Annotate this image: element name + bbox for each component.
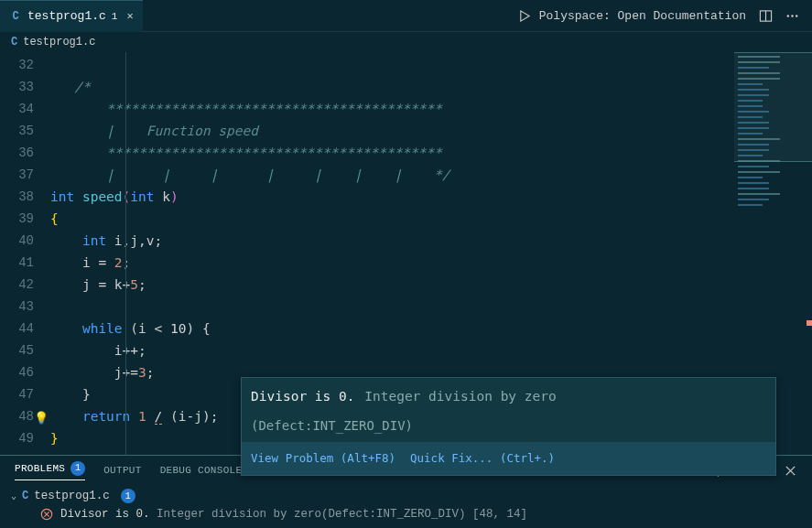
split-editor-icon[interactable] xyxy=(759,9,773,23)
problems-list: ⌄ C testprog1.c 1 Divisor is 0. Integer … xyxy=(0,485,812,523)
line-number: 42 xyxy=(0,274,34,296)
c-file-icon: C xyxy=(11,36,17,48)
problem-item[interactable]: Divisor is 0. Integer division by zero(D… xyxy=(11,505,801,521)
tab-dirty-indicator: 1 xyxy=(112,11,118,22)
problem-location: [48, 14] xyxy=(466,508,528,521)
line-number-gutter: 32 33 34 35 36 37 38 39 40 41 42 43 44 4… xyxy=(0,52,50,455)
view-problem-link[interactable]: View Problem (Alt+F8) xyxy=(251,447,395,469)
quick-fix-link[interactable]: Quick Fix... (Ctrl+.) xyxy=(410,447,555,469)
play-icon xyxy=(518,9,532,23)
indent-guide xyxy=(125,52,126,455)
line-number: 34 xyxy=(0,98,34,120)
file-problem-count: 1 xyxy=(121,489,135,503)
svg-point-3 xyxy=(791,15,793,16)
line-number: 46 xyxy=(0,361,34,383)
line-number: 47 xyxy=(0,383,34,405)
breadcrumb-filename: testprog1.c xyxy=(23,36,95,48)
line-number: 39 xyxy=(0,208,34,230)
code-area[interactable]: 💡 /* ***********************************… xyxy=(50,52,812,455)
tab-problems[interactable]: PROBLEMS1 xyxy=(15,461,85,480)
hover-message: Integer division by zero xyxy=(357,389,557,404)
editor-tab[interactable]: C testprog1.c 1 ✕ xyxy=(0,0,143,32)
problem-message: Divisor is 0. Integer division by zero(D… xyxy=(60,508,527,521)
line-number: 33 xyxy=(0,76,34,98)
line-number: 41 xyxy=(0,252,34,274)
line-number: 38 xyxy=(0,186,34,208)
close-panel-icon[interactable] xyxy=(784,464,797,478)
hover-code: (Defect:INT_ZERO_DIV) xyxy=(242,415,775,442)
line-number: 48 xyxy=(0,405,34,427)
line-number: 35 xyxy=(0,120,34,142)
svg-point-4 xyxy=(796,15,797,16)
diagnostic-hover: Divisor is 0. Integer division by zero (… xyxy=(241,377,776,476)
chevron-down-icon: ⌄ xyxy=(11,490,16,501)
minimap-content xyxy=(738,56,807,206)
problems-badge: 1 xyxy=(70,461,85,476)
problem-file-group[interactable]: ⌄ C testprog1.c 1 xyxy=(11,487,801,505)
code-editor[interactable]: 32 33 34 35 36 37 38 39 40 41 42 43 44 4… xyxy=(0,52,812,455)
c-file-icon: C xyxy=(22,490,28,502)
editor-actions: Polyspace: Open Documentation xyxy=(505,9,812,23)
line-number: 40 xyxy=(0,230,34,252)
svg-point-2 xyxy=(787,15,789,16)
line-number: 37 xyxy=(0,164,34,186)
breadcrumb[interactable]: C testprog1.c xyxy=(0,32,812,52)
more-icon[interactable] xyxy=(785,9,799,23)
run-label: Polyspace: Open Documentation xyxy=(539,9,746,23)
tab-filename: testprog1.c xyxy=(27,9,106,23)
line-number: 36 xyxy=(0,142,34,164)
tab-output[interactable]: OUTPUT xyxy=(103,465,141,476)
hover-title: Divisor is 0. xyxy=(251,389,355,404)
line-number: 43 xyxy=(0,296,34,318)
error-icon xyxy=(40,508,53,521)
tab-debug-console[interactable]: DEBUG CONSOLE xyxy=(160,465,243,476)
line-number: 45 xyxy=(0,339,34,361)
c-file-icon: C xyxy=(9,10,22,23)
line-number: 32 xyxy=(0,54,34,76)
editor-tab-bar: C testprog1.c 1 ✕ Polyspace: Open Docume… xyxy=(0,0,812,32)
error-marker[interactable] xyxy=(807,320,812,326)
problem-file-name: testprog1.c xyxy=(34,490,110,502)
line-number: 44 xyxy=(0,318,34,339)
run-action[interactable]: Polyspace: Open Documentation xyxy=(518,9,746,23)
lightbulb-icon[interactable]: 💡 xyxy=(34,407,49,429)
close-tab-icon[interactable]: ✕ xyxy=(126,9,133,23)
line-number: 49 xyxy=(0,427,34,449)
